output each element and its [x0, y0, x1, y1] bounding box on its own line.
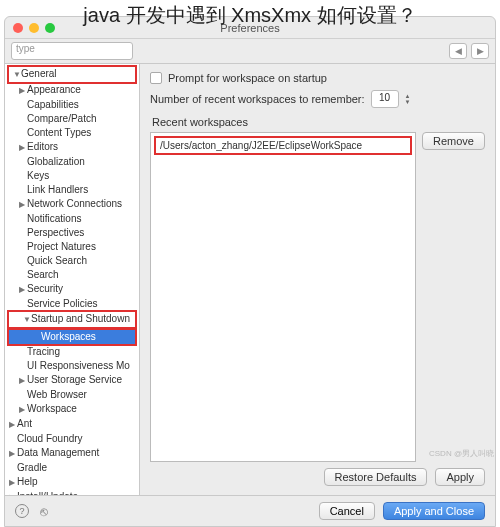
prompt-label: Prompt for workspace on startup	[168, 72, 327, 84]
disclosure-arrow-icon: ▶	[19, 404, 27, 416]
tree-item[interactable]: ▶Data Management	[5, 446, 139, 461]
tree-item[interactable]: ▼Startup and Shutdown	[7, 310, 137, 329]
tree-item[interactable]: ▶Editors	[5, 140, 139, 155]
tree-item[interactable]: ▶Security	[5, 282, 139, 297]
apply-button[interactable]: Apply	[435, 468, 485, 486]
tree-item[interactable]: Capabilities	[5, 98, 139, 112]
tree-item[interactable]: Globalization	[5, 155, 139, 169]
tree-item-label: Editors	[27, 141, 58, 152]
footer: ? ⎋ Cancel Apply and Close	[5, 495, 495, 526]
tree-item-label: Startup and Shutdown	[31, 313, 130, 324]
list-item[interactable]: /Users/acton_zhang/J2EE/EclipseWorkSpace	[154, 136, 412, 155]
tree-item-label: Capabilities	[27, 99, 79, 110]
back-button[interactable]: ◀	[449, 43, 467, 59]
tree-item-label: Quick Search	[27, 255, 87, 266]
toolbar: type ◀ ▶	[5, 39, 495, 63]
tree-item[interactable]: Content Types	[5, 126, 139, 140]
tree-item-label: General	[21, 68, 57, 79]
tree-item-label: Help	[17, 476, 38, 487]
disclosure-arrow-icon: ▶	[19, 284, 27, 296]
tree-item[interactable]: ▼General	[7, 65, 137, 84]
tree-item-label: Globalization	[27, 156, 85, 167]
tree-item[interactable]: Quick Search	[5, 254, 139, 268]
apply-and-close-button[interactable]: Apply and Close	[383, 502, 485, 520]
disclosure-arrow-icon: ▶	[19, 199, 27, 211]
tree-item[interactable]: Keys	[5, 169, 139, 183]
tree-item-label: Workspace	[27, 403, 77, 414]
tree-item-label: Data Management	[17, 447, 99, 458]
tree-item-label: UI Responsiveness Mo	[27, 360, 130, 371]
recent-workspaces-list[interactable]: /Users/acton_zhang/J2EE/EclipseWorkSpace	[150, 132, 416, 462]
import-export-icon[interactable]: ⎋	[37, 504, 51, 518]
tree-item-label: Security	[27, 283, 63, 294]
tree-item[interactable]: ▶User Storage Service	[5, 373, 139, 388]
tree-item-label: Workspaces	[41, 331, 96, 342]
tree-item-label: User Storage Service	[27, 374, 122, 385]
tree-item-label: Cloud Foundry	[17, 433, 83, 444]
tree-item[interactable]: ▶Ant	[5, 417, 139, 432]
tree-item[interactable]: Workspaces	[7, 328, 137, 346]
forward-button[interactable]: ▶	[471, 43, 489, 59]
tree-item[interactable]: Compare/Patch	[5, 112, 139, 126]
tree-item-label: Tracing	[27, 346, 60, 357]
tree-item-label: Keys	[27, 170, 49, 181]
watermark: CSDN @男人叫晓	[429, 448, 494, 459]
tree-item-label: Service Policies	[27, 298, 98, 309]
tree-item-label: Link Handlers	[27, 184, 88, 195]
prompt-checkbox[interactable]	[150, 72, 162, 84]
disclosure-arrow-icon: ▼	[23, 314, 31, 326]
overlay-title: java 开发中遇到 XmsXmx 如何设置？	[0, 2, 500, 29]
tree-item[interactable]: ▶Network Connections	[5, 197, 139, 212]
tree-item[interactable]: ▶Workspace	[5, 402, 139, 417]
tree-item[interactable]: Link Handlers	[5, 183, 139, 197]
disclosure-arrow-icon: ▶	[9, 419, 17, 431]
disclosure-arrow-icon: ▶	[9, 477, 17, 489]
recent-count-stepper[interactable]: ▲▼	[405, 93, 411, 105]
tree-item[interactable]: Perspectives	[5, 226, 139, 240]
preferences-tree[interactable]: ▼General▶AppearanceCapabilitiesCompare/P…	[5, 64, 140, 495]
cancel-button[interactable]: Cancel	[319, 502, 375, 520]
tree-item[interactable]: Notifications	[5, 212, 139, 226]
disclosure-arrow-icon: ▼	[13, 69, 21, 81]
tree-item-label: Appearance	[27, 84, 81, 95]
tree-item[interactable]: ▶Appearance	[5, 83, 139, 98]
tree-item[interactable]: Web Browser	[5, 388, 139, 402]
preferences-window: Preferences type ◀ ▶ ▼General▶Appearance…	[4, 16, 496, 527]
tree-item[interactable]: Cloud Foundry	[5, 432, 139, 446]
remove-button[interactable]: Remove	[422, 132, 485, 150]
recent-heading: Recent workspaces	[152, 116, 485, 128]
tree-item[interactable]: ▶Help	[5, 475, 139, 490]
tree-item-label: Content Types	[27, 127, 91, 138]
tree-item-label: Compare/Patch	[27, 113, 96, 124]
workspaces-panel: Prompt for workspace on startup Number o…	[140, 64, 495, 495]
tree-item-label: Perspectives	[27, 227, 84, 238]
tree-item-label: Project Natures	[27, 241, 96, 252]
recent-count-label: Number of recent workspaces to remember:	[150, 93, 365, 105]
tree-item[interactable]: Service Policies	[5, 297, 139, 311]
disclosure-arrow-icon: ▶	[19, 375, 27, 387]
tree-item-label: Network Connections	[27, 198, 122, 209]
tree-item[interactable]: UI Responsiveness Mo	[5, 359, 139, 373]
tree-item-label: Gradle	[17, 462, 47, 473]
tree-item[interactable]: Search	[5, 268, 139, 282]
tree-item[interactable]: Tracing	[5, 345, 139, 359]
tree-item-label: Web Browser	[27, 389, 87, 400]
disclosure-arrow-icon: ▶	[19, 85, 27, 97]
tree-item[interactable]: Gradle	[5, 461, 139, 475]
disclosure-arrow-icon: ▶	[9, 448, 17, 460]
tree-item-label: Search	[27, 269, 59, 280]
restore-defaults-button[interactable]: Restore Defaults	[324, 468, 428, 486]
recent-count-input[interactable]: 10	[371, 90, 399, 108]
disclosure-arrow-icon: ▶	[19, 142, 27, 154]
help-icon[interactable]: ?	[15, 504, 29, 518]
filter-input[interactable]: type	[11, 42, 133, 60]
tree-item-label: Ant	[17, 418, 32, 429]
tree-item[interactable]: Project Natures	[5, 240, 139, 254]
tree-item-label: Notifications	[27, 213, 81, 224]
